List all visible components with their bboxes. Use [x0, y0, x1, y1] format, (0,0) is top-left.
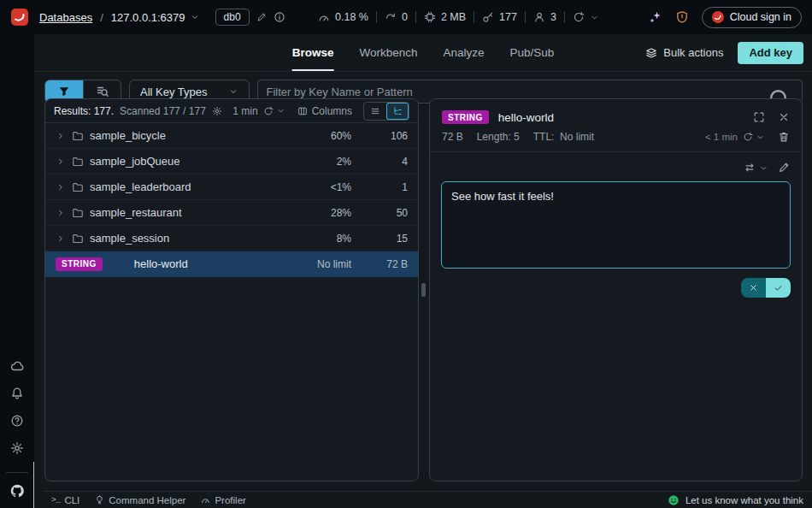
key-type-value: All Key Types — [140, 86, 208, 98]
stat-divider — [376, 11, 377, 23]
close-icon[interactable] — [778, 111, 790, 123]
redis-logo-icon[interactable] — [10, 8, 29, 27]
key-ttl: No limit — [317, 258, 351, 270]
chevron-right-icon[interactable] — [56, 157, 66, 167]
apply-button[interactable] — [766, 278, 791, 298]
delete-key-icon[interactable] — [778, 131, 790, 143]
scan-settings-gear-icon[interactable] — [212, 106, 222, 116]
columns-toggle[interactable]: Columns — [297, 105, 352, 117]
feedback-link[interactable]: Let us know what you think — [668, 494, 803, 506]
folder-count: 106 — [391, 130, 408, 142]
edit-alias-icon[interactable] — [256, 12, 267, 22]
instance-name: 127.0.0.1:6379 — [111, 11, 185, 24]
columns-icon — [297, 106, 308, 116]
bulk-actions-button[interactable]: Bulk actions — [645, 46, 723, 59]
db-badge: db0 — [215, 9, 250, 26]
instance-selector[interactable]: 127.0.0.1:6379 — [111, 11, 200, 24]
tab-analyze[interactable]: Analyze — [444, 34, 485, 71]
insights-shield-icon[interactable] — [675, 10, 689, 24]
key-list-controls: 1 min Columns — [232, 102, 409, 121]
scanned-count: Scanned 177 / 177 — [120, 105, 206, 117]
stat-keys: 177 — [482, 11, 517, 23]
github-icon[interactable] — [2, 478, 32, 504]
key-ttl[interactable]: TTL: No limit — [533, 131, 594, 143]
key-list-header: Results: 177. Scanned 177 / 177 1 min Co… — [45, 99, 418, 123]
browse-panels: Results: 177. Scanned 177 / 177 1 min Co… — [44, 98, 803, 481]
key-icon — [482, 11, 494, 23]
chevron-right-icon[interactable] — [56, 182, 66, 192]
folder-count: 15 — [397, 233, 408, 245]
stats-refresh-button[interactable] — [573, 11, 599, 23]
key-detail-meta-actions: < 1 min — [705, 131, 790, 143]
chevron-down-icon — [590, 13, 599, 22]
feedback-label: Let us know what you think — [685, 495, 803, 505]
bulb-icon — [95, 495, 104, 505]
key-list-panel: Results: 177. Scanned 177 / 177 1 min Co… — [44, 98, 419, 481]
notifications-bell-icon[interactable] — [2, 381, 32, 406]
tab-pubsub[interactable]: Pub/Sub — [510, 34, 555, 71]
memory-icon — [424, 11, 436, 23]
columns-label: Columns — [312, 105, 352, 117]
view-toggle-group — [363, 102, 409, 121]
command-helper-button[interactable]: Command Helper — [95, 495, 185, 505]
folder-percent: 60% — [331, 130, 351, 142]
tab-browse[interactable]: Browse — [292, 34, 334, 71]
detail-refresh-button[interactable] — [743, 132, 765, 142]
chevron-right-icon[interactable] — [56, 233, 66, 244]
chevron-right-icon[interactable] — [56, 131, 66, 141]
key-row-selected[interactable]: STRING hello-world No limit 72 B — [45, 251, 418, 277]
list-refresh-button[interactable] — [263, 106, 285, 116]
folder-icon — [72, 181, 84, 193]
terminal-icon: >_ — [51, 495, 60, 505]
folder-name: sample_session — [90, 232, 169, 245]
value-editor[interactable]: See how fast it feels! — [441, 181, 791, 269]
folder-name: sample_restaurant — [90, 206, 182, 219]
key-folder-row[interactable]: sample_jobQueue 2% 4 — [45, 149, 418, 174]
cloud-icon[interactable] — [2, 353, 32, 379]
tree-view-button[interactable] — [386, 103, 409, 120]
panel-resize-handle[interactable] — [421, 283, 426, 297]
key-folder-row[interactable]: sample_session 8% 15 — [45, 226, 418, 251]
db-stats: 0.18 % 0 2 MB 177 3 — [318, 11, 599, 23]
cloud-sign-in-button[interactable]: Cloud sign in — [702, 7, 802, 28]
folder-name: sample_jobQueue — [90, 155, 180, 168]
value-format-select[interactable] — [744, 162, 768, 174]
decline-button[interactable] — [741, 278, 766, 298]
chevron-down-icon — [190, 12, 200, 22]
key-name: hello-world — [134, 257, 188, 270]
key-folder-row[interactable]: sample_bicycle 60% 106 — [45, 123, 418, 149]
refresh-icon — [573, 11, 585, 23]
cli-button[interactable]: >_ CLI — [51, 495, 79, 505]
db-info-icon[interactable] — [274, 11, 285, 23]
stack-icon — [645, 47, 657, 59]
folder-icon — [72, 130, 84, 142]
key-type-badge: STRING — [56, 257, 103, 271]
copilot-sparkle-icon[interactable] — [649, 10, 662, 24]
settings-gear-icon[interactable] — [2, 435, 32, 461]
value-toolbar — [430, 152, 802, 181]
key-folder-row[interactable]: sample_leaderboard <1% 1 — [45, 174, 418, 200]
help-icon[interactable] — [2, 408, 32, 434]
folder-percent: 28% — [331, 207, 351, 219]
list-view-button[interactable] — [364, 103, 386, 120]
chevron-right-icon[interactable] — [56, 208, 66, 218]
key-size: 72 B — [386, 258, 408, 270]
folder-name: sample_bicycle — [90, 129, 166, 142]
stat-divider — [525, 11, 526, 23]
breadcrumb-databases[interactable]: Databases — [39, 11, 92, 24]
key-detail-header-actions — [753, 111, 790, 123]
fullscreen-icon[interactable] — [753, 111, 765, 123]
cloud-sign-in-label: Cloud sign in — [730, 11, 791, 23]
tab-workbench[interactable]: Workbench — [359, 34, 417, 71]
stat-cpu: 0.18 % — [318, 11, 368, 23]
key-folder-row[interactable]: sample_restaurant 28% 50 — [45, 200, 418, 226]
key-detail-meta: 72 B Length: 5 TTL: No limit < 1 min — [430, 129, 802, 152]
sidebar-divider — [6, 472, 28, 473]
profiler-button[interactable]: Profiler — [201, 495, 245, 505]
profiler-label: Profiler — [215, 495, 245, 505]
stat-clients: 3 — [533, 11, 556, 23]
stat-divider — [564, 11, 565, 23]
add-key-button[interactable]: Add key — [738, 42, 803, 64]
smiley-icon — [668, 494, 680, 506]
edit-value-icon[interactable] — [778, 162, 790, 174]
